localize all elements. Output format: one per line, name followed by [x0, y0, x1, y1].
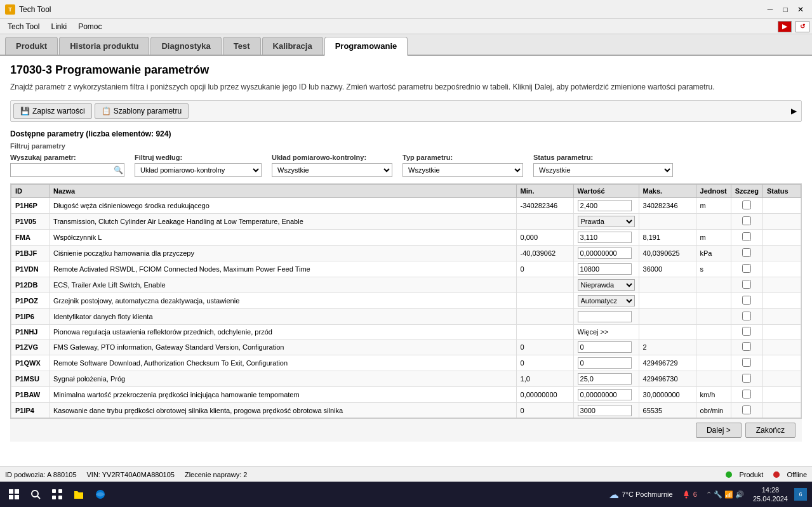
tab-test[interactable]: Test — [223, 37, 261, 55]
cell-detail[interactable] — [731, 245, 762, 261]
cell-detail[interactable] — [731, 229, 762, 245]
tab-diagnostyka[interactable]: Diagnostyka — [150, 37, 221, 55]
cell-value[interactable] — [573, 402, 639, 418]
type-group: Typ parametru: Wszystkie — [403, 154, 523, 177]
taskview-icon[interactable] — [48, 485, 66, 503]
value-select-1[interactable]: Prawda — [578, 216, 635, 227]
cell-value[interactable]: Prawda — [573, 213, 639, 229]
cell-detail[interactable] — [731, 402, 762, 418]
tab-historia[interactable]: Historia produktu — [59, 37, 149, 55]
detail-checkbox-6[interactable] — [742, 296, 751, 305]
tab-kalibracja[interactable]: Kalibracja — [262, 37, 323, 55]
search-taskbar-icon[interactable] — [27, 485, 44, 503]
cell-value[interactable] — [573, 308, 639, 324]
save-values-button[interactable]: 💾 Zapisz wartości — [13, 103, 92, 119]
cell-max: 30,0000000 — [639, 386, 696, 402]
id-podwozia: ID podwozia: A 880105 — [5, 471, 77, 478]
cell-value[interactable] — [573, 261, 639, 277]
status-filter-select[interactable]: Wszystkie — [533, 163, 673, 177]
subsystem-select[interactable]: Wszystkie — [272, 163, 392, 177]
menu-techtool[interactable]: Tech Tool — [3, 21, 44, 32]
cell-detail[interactable] — [731, 261, 762, 277]
filter-row: Wyszukaj parametr: 🔍 Filtruj według: Ukł… — [10, 154, 802, 177]
filter-by-select[interactable]: Układ pomiarowo-kontrolnyNazwaID — [135, 163, 262, 177]
notification-count[interactable]: 6 — [693, 491, 697, 498]
start-button[interactable] — [5, 485, 23, 503]
value-input-7[interactable] — [578, 311, 632, 322]
maximize-button[interactable]: □ — [779, 3, 792, 16]
cell-detail[interactable] — [731, 213, 762, 229]
menu-pomoc[interactable]: Pomoc — [73, 21, 107, 32]
value-input-2[interactable] — [578, 232, 632, 243]
cell-value[interactable]: Więcej >> — [573, 324, 639, 339]
detail-checkbox-8[interactable] — [742, 327, 751, 336]
svg-rect-3 — [15, 495, 19, 499]
type-select[interactable]: Wszystkie — [403, 163, 523, 177]
cell-max: 40,0390625 — [639, 245, 696, 261]
cell-value[interactable] — [573, 229, 639, 245]
value-input-13[interactable] — [578, 405, 632, 416]
detail-checkbox-10[interactable] — [742, 358, 751, 367]
file-explorer-icon[interactable] — [70, 485, 88, 503]
cell-value[interactable]: Nieprawda — [573, 277, 639, 293]
toolbar-expand-arrow[interactable]: ▶ — [789, 106, 799, 116]
notification-icon[interactable] — [682, 490, 691, 499]
value-input-11[interactable] — [578, 373, 632, 385]
next-button[interactable]: Dalej > — [696, 423, 742, 438]
tab-produkt[interactable]: Produkt — [5, 37, 58, 55]
cell-detail[interactable] — [731, 339, 762, 355]
detail-checkbox-1[interactable] — [742, 216, 751, 225]
cell-detail[interactable] — [731, 277, 762, 293]
search-icon-button[interactable]: 🔍 — [114, 166, 123, 174]
cell-unit — [696, 308, 731, 324]
toolbar-icon-1[interactable]: ▶ — [778, 21, 792, 32]
detail-checkbox-12[interactable] — [742, 390, 751, 398]
cell-detail[interactable] — [731, 324, 762, 339]
minimize-button[interactable]: ─ — [764, 3, 776, 16]
cell-max: 2 — [639, 339, 696, 355]
value-input-9[interactable] — [578, 341, 632, 353]
detail-checkbox-4[interactable] — [742, 264, 751, 273]
search-input[interactable] — [10, 163, 124, 177]
detail-checkbox-13[interactable] — [742, 405, 751, 414]
templates-button[interactable]: 📋 Szablony parametru — [95, 103, 189, 119]
value-input-10[interactable] — [578, 357, 632, 369]
value-select-6[interactable]: Automatycz — [578, 295, 635, 306]
close-button[interactable]: ✕ — [794, 3, 807, 16]
cell-value[interactable] — [573, 386, 639, 402]
cell-min: 0 — [516, 402, 573, 418]
cell-id: P1IP4 — [11, 402, 50, 418]
cell-value[interactable] — [573, 339, 639, 355]
cell-value[interactable]: Automatycz — [573, 293, 639, 308]
menu-linki[interactable]: Linki — [46, 21, 72, 32]
cell-detail[interactable] — [731, 308, 762, 324]
tab-programowanie[interactable]: Programowanie — [324, 37, 408, 56]
cell-value[interactable] — [573, 371, 639, 386]
value-select-5[interactable]: Nieprawda — [578, 279, 635, 291]
value-input-3[interactable] — [578, 247, 632, 259]
cell-detail[interactable] — [731, 355, 762, 371]
cell-value[interactable] — [573, 197, 639, 213]
detail-checkbox-3[interactable] — [742, 248, 751, 257]
cell-detail[interactable] — [731, 386, 762, 402]
detail-checkbox-11[interactable] — [742, 374, 751, 383]
detail-checkbox-9[interactable] — [742, 342, 751, 351]
toolbar-icon-2[interactable]: ↺ — [795, 21, 809, 32]
cell-detail[interactable] — [731, 197, 762, 213]
value-input-0[interactable] — [578, 200, 632, 211]
detail-checkbox-0[interactable] — [742, 201, 751, 209]
value-input-4[interactable] — [578, 263, 632, 275]
table-row: P1VDN Remote Activated RSWDL, FCIOM Conn… — [11, 261, 801, 277]
browser-icon[interactable] — [91, 485, 109, 503]
finish-button[interactable]: Zakończ — [745, 423, 795, 438]
detail-checkbox-7[interactable] — [742, 312, 751, 320]
cell-value[interactable] — [573, 355, 639, 371]
cell-detail[interactable] — [731, 371, 762, 386]
cell-detail[interactable] — [731, 293, 762, 308]
detail-checkbox-5[interactable] — [742, 280, 751, 289]
notification-panel-icon[interactable]: 6 — [794, 488, 807, 501]
value-input-12[interactable] — [578, 389, 632, 400]
cell-value[interactable] — [573, 245, 639, 261]
detail-checkbox-2[interactable] — [742, 232, 751, 241]
svg-rect-7 — [58, 489, 62, 493]
